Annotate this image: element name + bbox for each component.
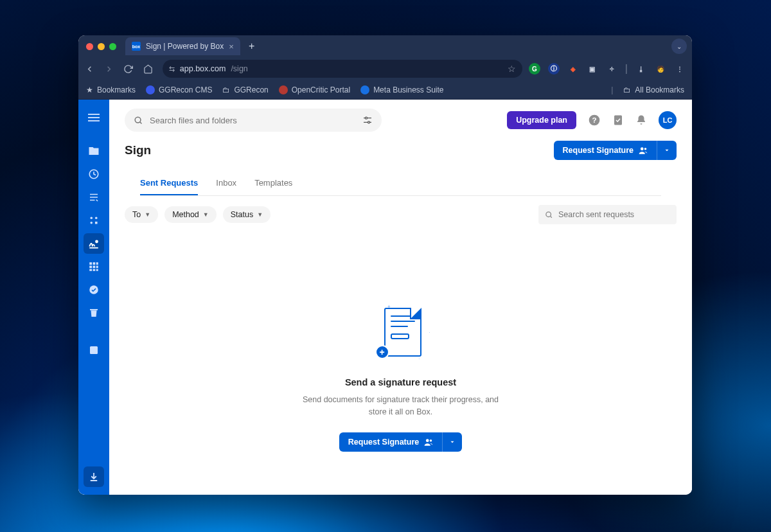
sidebar-relay-icon[interactable] [84, 210, 104, 231]
svg-rect-0 [88, 114, 100, 115]
filter-to[interactable]: To▼ [125, 206, 158, 223]
svg-rect-20 [90, 346, 98, 354]
url-field[interactable]: ⇆ app.box.com/sign ☆ [163, 60, 522, 78]
tab-bar: box Sign | Powered by Box × + ⌄ [78, 35, 692, 57]
app-shell: Upgrade plan ? LC Sign Request Signature [78, 100, 692, 495]
close-tab-icon[interactable]: × [229, 42, 234, 51]
home-button[interactable] [143, 64, 156, 74]
downloads-icon[interactable]: ⭳ [635, 63, 647, 75]
address-bar: ⇆ app.box.com/sign ☆ G ⓘ ◈ ▣ ✧ | ⭳ 🧑 ⋮ [78, 57, 692, 80]
svg-line-33 [550, 216, 551, 217]
bookmark-item[interactable]: GGRecon CMS [146, 85, 212, 94]
user-avatar[interactable]: LC [659, 111, 677, 129]
extension-icon[interactable]: ⓘ [548, 63, 560, 75]
svg-point-8 [96, 241, 98, 243]
sidebar-check-icon[interactable] [84, 279, 104, 300]
window-controls[interactable] [86, 43, 116, 50]
extensions-menu-icon[interactable]: ✧ [606, 63, 617, 75]
sidebar-notes-icon[interactable] [84, 187, 104, 208]
forward-button[interactable] [104, 64, 117, 74]
svg-text:?: ? [592, 116, 596, 124]
page-header: Sign Request Signature [109, 138, 692, 160]
empty-heading: Send a signature request [345, 377, 456, 387]
bookmark-star-icon[interactable]: ☆ [508, 64, 516, 74]
filter-method[interactable]: Method▼ [164, 206, 217, 223]
chrome-menu-icon[interactable]: ⋮ [674, 63, 686, 75]
svg-point-35 [430, 439, 432, 441]
site-settings-icon[interactable]: ⇆ [169, 65, 175, 73]
new-tab-button[interactable]: + [244, 39, 260, 54]
svg-rect-12 [89, 266, 92, 269]
svg-rect-29 [614, 116, 622, 125]
tabs-dropdown-button[interactable]: ⌄ [671, 39, 687, 54]
svg-rect-17 [96, 269, 98, 271]
chevron-down-icon [449, 439, 456, 445]
svg-rect-11 [96, 262, 98, 265]
request-signature-button[interactable]: Request Signature [554, 141, 657, 160]
sidebar-files-icon[interactable] [84, 141, 104, 161]
extension-icons: G ⓘ ◈ ▣ ✧ | ⭳ 🧑 ⋮ [529, 63, 686, 75]
browser-tab-active[interactable]: box Sign | Powered by Box × [125, 37, 240, 55]
bookmarks-bar: ★ Bookmarks GGRecon CMS 🗀 GGRecon OpenCr… [78, 80, 692, 100]
all-bookmarks-button[interactable]: 🗀 All Bookmarks [623, 85, 684, 94]
request-signature-dropdown[interactable] [657, 141, 677, 160]
tasks-icon[interactable] [612, 114, 624, 126]
maximize-window-icon[interactable] [109, 43, 116, 50]
svg-line-22 [140, 121, 142, 123]
sidebar-download-icon[interactable] [84, 466, 104, 487]
search-icon [545, 211, 553, 219]
browser-window: box Sign | Powered by Box × + ⌄ [78, 35, 692, 495]
bookmark-item[interactable]: 🗀 GGRecon [222, 85, 268, 94]
bookmark-item[interactable]: OpenCritic Portal [279, 85, 350, 94]
svg-rect-1 [88, 117, 100, 118]
close-window-icon[interactable] [86, 43, 93, 50]
top-bar: Upgrade plan ? LC [109, 100, 692, 138]
url-host: app.box.com [180, 64, 226, 73]
svg-rect-14 [96, 266, 98, 269]
svg-rect-19 [90, 309, 98, 310]
tab-templates[interactable]: Templates [254, 178, 292, 195]
minimize-window-icon[interactable] [98, 43, 105, 50]
search-input[interactable] [150, 116, 356, 125]
svg-rect-9 [89, 262, 92, 265]
svg-rect-15 [89, 269, 92, 271]
box-favicon-icon: box [132, 42, 141, 51]
sidebar-trash-icon[interactable] [84, 303, 104, 323]
people-icon [639, 146, 648, 154]
reload-button[interactable] [123, 64, 136, 74]
sidebar-recents-icon[interactable] [84, 164, 104, 184]
grammarly-ext-icon[interactable]: G [529, 63, 540, 75]
help-icon[interactable]: ? [588, 114, 601, 127]
extension-icon[interactable]: ▣ [587, 63, 598, 75]
svg-point-34 [426, 439, 429, 442]
search-filters-icon[interactable] [362, 115, 373, 125]
tab-inbox[interactable]: Inbox [216, 178, 236, 195]
empty-state: ✦ · · + Send a signature request Send do… [109, 233, 692, 495]
empty-request-signature-button[interactable]: Request Signature [339, 432, 442, 452]
bookmark-item[interactable]: Meta Business Suite [360, 85, 443, 94]
main-content: Upgrade plan ? LC Sign Request Signature [109, 100, 692, 495]
search-sent-requests[interactable] [538, 205, 677, 224]
svg-point-21 [135, 117, 141, 123]
search-sent-input[interactable] [558, 210, 670, 219]
bookmarks-menu[interactable]: ★ Bookmarks [86, 85, 136, 94]
sidebar-canvas-icon[interactable] [84, 340, 104, 360]
filter-status[interactable]: Status▼ [223, 206, 270, 223]
tab-sent-requests[interactable]: Sent Requests [140, 178, 198, 195]
svg-point-30 [641, 147, 644, 150]
extension-icon[interactable]: ◈ [567, 63, 579, 75]
sidebar-sign-icon[interactable] [84, 233, 104, 254]
sidebar-apps-icon[interactable] [84, 256, 104, 277]
empty-request-signature-dropdown[interactable] [442, 432, 462, 452]
chevron-down-icon: ▼ [257, 211, 263, 218]
tabs: Sent Requests Inbox Templates [140, 169, 661, 196]
back-button[interactable] [85, 64, 98, 74]
notifications-icon[interactable] [635, 114, 647, 126]
chevron-down-icon: ▼ [145, 211, 150, 218]
svg-rect-2 [88, 120, 100, 121]
profile-icon[interactable]: 🧑 [655, 63, 666, 75]
menu-toggle-icon[interactable] [84, 107, 104, 128]
global-search[interactable] [125, 109, 382, 132]
page-title: Sign [125, 143, 151, 157]
upgrade-plan-button[interactable]: Upgrade plan [507, 111, 576, 129]
